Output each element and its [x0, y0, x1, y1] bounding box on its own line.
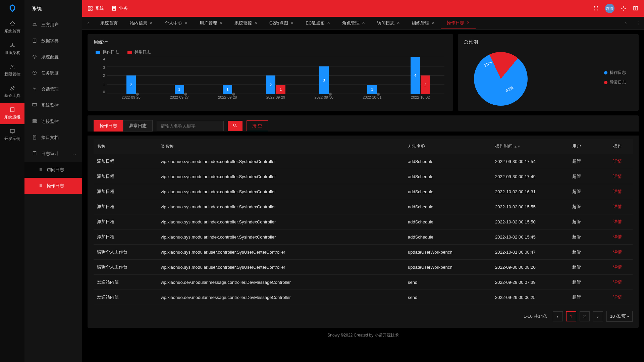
- detail-link[interactable]: 详情: [613, 234, 622, 239]
- detail-link[interactable]: 详情: [613, 264, 622, 269]
- close-icon[interactable]: ✕: [397, 21, 400, 25]
- legend-item[interactable]: 操作日志: [604, 70, 626, 75]
- tab-operation-log[interactable]: 操作日志: [94, 120, 123, 132]
- sidebar-item-config[interactable]: 系统配置: [24, 49, 82, 65]
- cell-time: 2022-10-02 00:16:31: [492, 184, 569, 199]
- search-button[interactable]: [228, 121, 243, 131]
- pagination-page[interactable]: 1: [566, 311, 576, 321]
- svg-rect-33: [88, 6, 90, 8]
- x-tick: 2022-09-27: [155, 95, 204, 100]
- detail-link[interactable]: 详情: [613, 159, 622, 164]
- tab[interactable]: 组织管理✕: [406, 17, 441, 29]
- close-icon[interactable]: ✕: [362, 21, 365, 25]
- cell-method: send: [405, 275, 492, 290]
- close-icon[interactable]: ✕: [219, 21, 222, 25]
- cell-class: vip.xiaonuo.sys.modular.index.controller…: [157, 229, 405, 245]
- sidebar-item-audit[interactable]: 日志审计︿: [24, 146, 82, 162]
- sidebar-item-connmon[interactable]: 连接监控: [24, 113, 82, 130]
- pagination-prev[interactable]: ‹: [553, 311, 563, 321]
- tab[interactable]: 角色管理✕: [336, 17, 371, 29]
- table-row: 编辑个人工作台 vip.xiaonuo.sys.modular.user.con…: [94, 245, 633, 260]
- th-name[interactable]: 名称: [94, 139, 157, 154]
- tab-label: 组织管理: [412, 20, 429, 26]
- svg-rect-42: [636, 7, 638, 10]
- tab-exception-log[interactable]: 异常日志: [123, 120, 153, 132]
- sidebar-item-session[interactable]: 会话管理: [24, 81, 82, 97]
- th-method[interactable]: 方法名称: [405, 139, 492, 154]
- th-class[interactable]: 类名称: [157, 139, 405, 154]
- avatar[interactable]: 超管: [605, 4, 614, 13]
- cell-method: addSchedule: [405, 169, 492, 184]
- tab[interactable]: EC散点图✕: [300, 17, 336, 29]
- layout-icon[interactable]: [633, 5, 639, 11]
- sidebar-subitem[interactable]: 访问日志: [24, 162, 82, 178]
- table-row: 添加日程 vip.xiaonuo.sys.modular.index.contr…: [94, 154, 633, 169]
- rail-item-ops[interactable]: 系统运维: [0, 103, 24, 124]
- sidebar-item-sched[interactable]: 任务调度: [24, 65, 82, 81]
- sidebar-item-users[interactable]: 三方用户: [24, 17, 82, 33]
- logo-icon: [8, 4, 17, 13]
- pagination-next[interactable]: ›: [593, 311, 603, 321]
- detail-link[interactable]: 详情: [613, 219, 622, 224]
- tab[interactable]: 操作日志✕: [441, 17, 476, 29]
- rail-item-perm[interactable]: 权限管控: [0, 60, 24, 81]
- pagination-page-size[interactable]: 10 条/页 ▾: [606, 311, 633, 322]
- cell-name: 编辑个人工作台: [94, 245, 157, 260]
- tabs-scroll-left[interactable]: ‹: [82, 17, 94, 29]
- clear-button[interactable]: 清 空: [247, 120, 268, 131]
- tab[interactable]: 访问日志✕: [371, 17, 406, 29]
- close-icon[interactable]: ✕: [254, 21, 257, 25]
- close-icon[interactable]: ✕: [184, 21, 187, 25]
- detail-link[interactable]: 详情: [613, 204, 622, 209]
- rail-item-dev[interactable]: 开发示例: [0, 124, 24, 146]
- close-icon[interactable]: ✕: [432, 21, 435, 25]
- sidebar-item-dict[interactable]: 数据字典: [24, 33, 82, 49]
- close-icon[interactable]: ✕: [290, 21, 293, 25]
- th-user[interactable]: 用户: [569, 139, 602, 154]
- tabs-menu[interactable]: ⋮: [632, 17, 644, 29]
- close-icon[interactable]: ✕: [467, 20, 470, 25]
- cell-method: addSchedule: [405, 229, 492, 245]
- detail-link[interactable]: 详情: [613, 279, 622, 285]
- bar: 2: [266, 75, 275, 94]
- topnav-system[interactable]: 系统: [88, 5, 104, 11]
- close-icon[interactable]: ✕: [150, 21, 153, 25]
- table-row: 添加日程 vip.xiaonuo.sys.modular.index.contr…: [94, 169, 633, 184]
- search-input[interactable]: [157, 121, 224, 131]
- gear-icon[interactable]: [621, 5, 627, 11]
- rail-item-org[interactable]: 组织架构: [0, 38, 24, 60]
- detail-link[interactable]: 详情: [613, 249, 622, 254]
- legend-item[interactable]: 操作日志: [96, 49, 119, 55]
- tab[interactable]: 系统监控✕: [228, 17, 263, 29]
- table-row: 编辑个人工作台 vip.xiaonuo.sys.modular.user.con…: [94, 260, 633, 275]
- close-icon[interactable]: ✕: [327, 21, 330, 25]
- tab[interactable]: 个人中心✕: [159, 17, 194, 29]
- fullscreen-icon[interactable]: [593, 5, 599, 11]
- sidebar-item-monitor[interactable]: 系统监控: [24, 97, 82, 113]
- topnav-business[interactable]: 业务: [111, 5, 128, 11]
- detail-link[interactable]: 详情: [613, 295, 622, 300]
- tab[interactable]: 系统首页: [94, 17, 124, 29]
- cell-user: 超管: [569, 229, 602, 245]
- connmon-icon: [32, 118, 37, 125]
- sidebar-item-apidoc[interactable]: 接口文档: [24, 130, 82, 146]
- audit-icon: [32, 151, 37, 157]
- tab[interactable]: G2散点图✕: [263, 17, 300, 29]
- sidebar-subitem[interactable]: 操作日志: [24, 178, 82, 194]
- pagination-page[interactable]: 2: [580, 311, 590, 321]
- x-tick: 2022-09-26: [107, 95, 155, 100]
- bar-group: 1: [155, 57, 204, 94]
- legend-item[interactable]: 异常日志: [604, 80, 626, 85]
- cell-method: updateUserWorkbench: [405, 245, 492, 260]
- svg-rect-34: [91, 6, 92, 8]
- tab[interactable]: 站内信息✕: [124, 17, 159, 29]
- tab[interactable]: 用户管理✕: [194, 17, 228, 29]
- th-time[interactable]: 操作时间▲▼: [492, 139, 569, 154]
- rail-item-tools[interactable]: 基础工具: [0, 81, 24, 103]
- detail-link[interactable]: 详情: [613, 174, 622, 179]
- detail-link[interactable]: 详情: [613, 189, 622, 194]
- legend-item[interactable]: 异常日志: [127, 49, 151, 55]
- tabs-scroll-right[interactable]: ›: [620, 17, 632, 29]
- sidebar-item-label: 三方用户: [41, 22, 59, 28]
- rail-item-home[interactable]: 系统首页: [0, 17, 24, 38]
